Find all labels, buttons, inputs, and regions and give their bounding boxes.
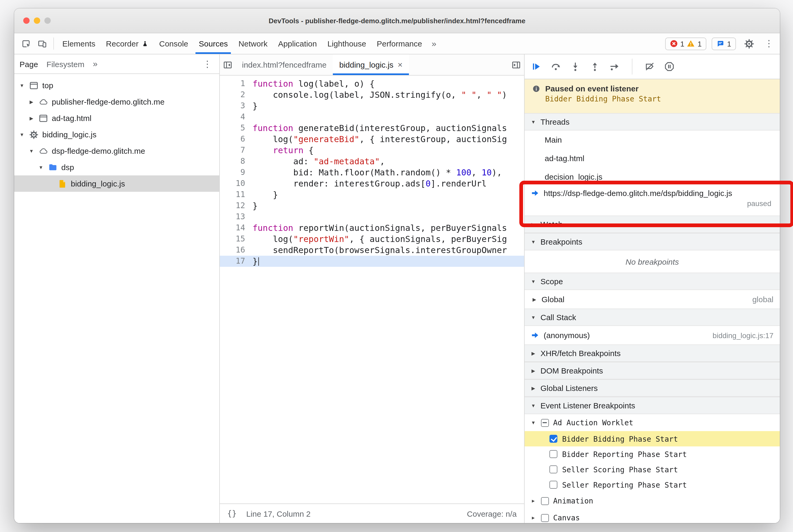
- disclosure-down-icon[interactable]: ▼: [18, 132, 25, 137]
- elb-item-seller-scoring-phase-start[interactable]: Seller Scoring Phase Start: [525, 462, 780, 477]
- elb-group-ad-auction-worklet[interactable]: ▼Ad Auction Worklet: [525, 414, 780, 431]
- line-number[interactable]: 3: [220, 100, 252, 112]
- deactivate-breakpoints-icon[interactable]: [644, 61, 655, 72]
- more-navigator-tabs-icon[interactable]: »: [93, 59, 97, 69]
- code-line[interactable]: 1function log(label, o) {: [220, 78, 524, 89]
- section-event-listener-breakpoints[interactable]: ▼Event Listener Breakpoints: [525, 397, 780, 414]
- line-number[interactable]: 8: [220, 156, 252, 167]
- section-threads[interactable]: ▼Threads: [525, 113, 780, 131]
- elb-item-seller-reporting-phase-start[interactable]: Seller Reporting Phase Start: [525, 477, 780, 492]
- code-line[interactable]: 10 render: interestGroup.ads[0].renderUr…: [220, 178, 524, 189]
- device-toolbar-icon[interactable]: [34, 33, 50, 54]
- tab-lighthouse[interactable]: Lighthouse: [322, 33, 372, 54]
- disclosure-right-icon[interactable]: ▶: [531, 297, 538, 302]
- navigator-tab-page[interactable]: Page: [20, 59, 38, 69]
- elb-group-animation[interactable]: ▶Animation: [525, 492, 780, 509]
- tree-item-ad-tag-html[interactable]: ▶ad-tag.html: [14, 110, 219, 126]
- kebab-menu-icon[interactable]: ⋮: [762, 38, 776, 49]
- code-line[interactable]: 8 ad: "ad-metadata",: [220, 156, 524, 167]
- disclosure-right-icon[interactable]: ▶: [530, 498, 537, 504]
- scope-row-global[interactable]: ▶Globalglobal: [525, 290, 780, 308]
- tree-item-top[interactable]: ▼top: [14, 77, 219, 94]
- elb-item-checkbox[interactable]: [549, 481, 558, 489]
- code-line[interactable]: 6 log("generateBid", { interestGroup, au…: [220, 134, 524, 145]
- navigator-kebab-menu-icon[interactable]: ⋮: [201, 58, 214, 70]
- line-number[interactable]: 7: [220, 145, 252, 156]
- thread-item-ad-tag-html[interactable]: ad-tag.html: [525, 149, 780, 168]
- code-line[interactable]: 2 console.log(label, JSON.stringify(o, "…: [220, 89, 524, 100]
- tab-sources[interactable]: Sources: [194, 33, 233, 54]
- line-number[interactable]: 14: [220, 223, 252, 233]
- elb-item-checkbox[interactable]: [549, 435, 558, 443]
- tab-recorder[interactable]: Recorder: [101, 33, 154, 54]
- thread-item-decision-logic-js[interactable]: decision_logic.js: [525, 168, 780, 186]
- tree-item-dsp[interactable]: ▼dsp: [14, 159, 219, 175]
- settings-gear-icon[interactable]: [741, 38, 757, 49]
- disclosure-down-icon[interactable]: ▼: [18, 83, 25, 88]
- step-into-icon[interactable]: [570, 61, 581, 72]
- navigator-tab-filesystem[interactable]: Filesystem: [46, 59, 84, 69]
- step-over-icon[interactable]: [550, 61, 561, 72]
- editor-tab-index-html-fencedframe[interactable]: index.html?fencedframe: [235, 54, 333, 75]
- line-number[interactable]: 15: [220, 233, 252, 245]
- tab-application[interactable]: Application: [273, 33, 322, 54]
- resume-icon[interactable]: [531, 61, 542, 72]
- code-line[interactable]: 7 return {: [220, 145, 524, 156]
- elb-item-bidder-reporting-phase-start[interactable]: Bidder Reporting Phase Start: [525, 446, 780, 462]
- section-dom-breakpoints[interactable]: ▶DOM Breakpoints: [525, 362, 780, 379]
- disclosure-down-icon[interactable]: ▼: [38, 165, 44, 170]
- step-out-icon[interactable]: [590, 61, 600, 72]
- editor-tab-bidding-logic-js[interactable]: bidding_logic.js×: [333, 54, 409, 75]
- call-stack-frame[interactable]: (anonymous)bidding_logic.js:17: [525, 326, 780, 344]
- step-icon[interactable]: [609, 61, 620, 72]
- disclosure-down-icon[interactable]: ▼: [530, 420, 537, 425]
- disclosure-right-icon[interactable]: ▶: [28, 99, 35, 104]
- more-panels-icon[interactable]: »: [428, 33, 441, 54]
- line-number[interactable]: 10: [220, 178, 252, 189]
- elb-group-canvas[interactable]: ▶Canvas: [525, 509, 780, 523]
- close-window-button[interactable]: [23, 17, 30, 24]
- panel-right-icon[interactable]: [508, 54, 524, 75]
- fullscreen-window-button[interactable]: [44, 17, 51, 24]
- line-number[interactable]: 9: [220, 167, 252, 178]
- code-line[interactable]: 14function reportWin(auctionSignals, per…: [220, 223, 524, 233]
- console-status-button[interactable]: 1 1: [665, 37, 706, 50]
- close-tab-icon[interactable]: ×: [398, 60, 402, 69]
- pretty-print-button[interactable]: {}: [227, 509, 237, 518]
- line-number[interactable]: 17: [220, 256, 252, 267]
- disclosure-right-icon[interactable]: ▶: [28, 115, 35, 121]
- code-line[interactable]: 15 log("reportWin", { auctionSignals, pe…: [220, 233, 524, 245]
- section-call-stack[interactable]: ▼Call Stack: [525, 308, 780, 326]
- line-number[interactable]: 16: [220, 245, 252, 256]
- issues-button[interactable]: 1: [712, 37, 736, 50]
- section-global-listeners[interactable]: ▶Global Listeners: [525, 379, 780, 397]
- section-breakpoints[interactable]: ▼Breakpoints: [525, 233, 780, 250]
- code-line[interactable]: 11 }: [220, 189, 524, 200]
- code-line[interactable]: 12}: [220, 200, 524, 211]
- panel-left-icon[interactable]: [220, 54, 235, 75]
- line-number[interactable]: 6: [220, 134, 252, 145]
- line-number[interactable]: 4: [220, 112, 252, 122]
- elb-item-checkbox[interactable]: [549, 450, 558, 458]
- inspect-icon[interactable]: [18, 33, 34, 54]
- elb-group-checkbox[interactable]: [541, 514, 549, 522]
- line-number[interactable]: 1: [220, 78, 252, 89]
- elb-item-checkbox[interactable]: [549, 466, 558, 473]
- disclosure-right-icon[interactable]: ▶: [530, 515, 537, 520]
- code-line[interactable]: 5function generateBid(interestGroup, auc…: [220, 122, 524, 134]
- thread-item-main[interactable]: Main: [525, 131, 780, 149]
- code-line[interactable]: 16 sendReportTo(browserSignals.interestG…: [220, 245, 524, 256]
- tree-item-publisher-fledge-demo-glitch-me[interactable]: ▶publisher-fledge-demo.glitch.me: [14, 94, 219, 110]
- code-line[interactable]: 3}: [220, 100, 524, 112]
- section-xhr-breakpoints[interactable]: ▶XHR/fetch Breakpoints: [525, 344, 780, 362]
- code-editor[interactable]: 1function log(label, o) {2 console.log(l…: [220, 76, 524, 504]
- code-line[interactable]: 17}: [220, 256, 524, 267]
- tab-console[interactable]: Console: [154, 33, 193, 54]
- tree-item-bidding-logic-js[interactable]: ▼bidding_logic.js: [14, 126, 219, 142]
- elb-group-checkbox[interactable]: [541, 419, 549, 426]
- code-line[interactable]: 9 bid: Math.floor(Math.random() * 100, 1…: [220, 167, 524, 178]
- line-number[interactable]: 11: [220, 189, 252, 200]
- disclosure-down-icon[interactable]: ▼: [28, 148, 35, 153]
- line-number[interactable]: 13: [220, 211, 252, 223]
- section-scope[interactable]: ▼Scope: [525, 272, 780, 290]
